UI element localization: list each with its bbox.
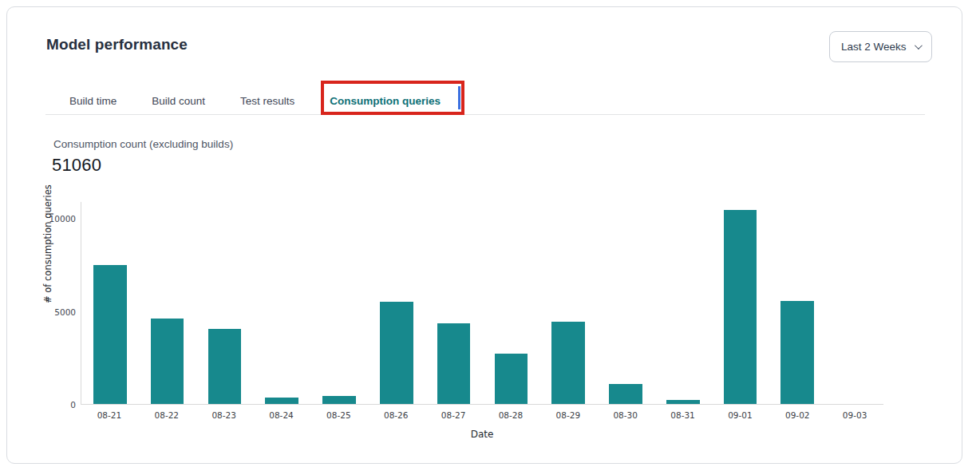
y-axis-ticks: 0500010000: [7, 202, 76, 405]
consumption-queries-chart: 0500010000 # of consumption queries 08-2…: [7, 7, 962, 463]
bar-slot-08-22: [139, 202, 196, 404]
x-tick-label: 09-02: [769, 410, 826, 420]
y-tick-label: 0: [70, 400, 76, 410]
plot-area: [81, 202, 883, 405]
bar-slot-09-02: [769, 202, 826, 404]
x-tick-label: 08-31: [654, 410, 712, 420]
x-tick-label: 08-23: [196, 410, 253, 420]
x-tick-label: 08-29: [539, 410, 597, 420]
x-tick-label: 08-28: [482, 410, 539, 420]
bar-slot-08-21: [81, 202, 139, 404]
x-tick-label: 08-21: [81, 410, 138, 420]
bar-slot-08-23: [196, 202, 254, 404]
bar-08-30: [609, 384, 642, 404]
bar-08-23: [208, 329, 242, 404]
bar-08-27: [437, 323, 471, 404]
x-axis-ticks: 08-2108-2208-2308-2408-2508-2608-2708-28…: [81, 410, 883, 420]
model-performance-page: Model performance Last 2 Weeks Build tim…: [0, 0, 980, 471]
x-tick-label: 08-22: [138, 410, 196, 420]
bar-08-24: [265, 398, 298, 404]
bar-slot-08-27: [425, 202, 483, 404]
bar-slot-08-29: [539, 202, 597, 404]
bar-slot-08-28: [482, 202, 539, 404]
bar-slot-08-31: [654, 202, 712, 404]
x-tick-label: 08-26: [367, 410, 425, 420]
x-tick-label: 08-30: [597, 410, 654, 420]
bar-slot-08-25: [310, 202, 368, 404]
bar-08-21: [93, 265, 127, 404]
bar-08-31: [666, 400, 700, 404]
bar-09-01: [724, 210, 757, 405]
bar-08-22: [151, 319, 184, 404]
x-tick-label: 08-27: [425, 410, 482, 420]
bar-08-26: [380, 302, 413, 404]
x-axis-title: Date: [81, 429, 883, 440]
model-performance-card: Model performance Last 2 Weeks Build tim…: [6, 6, 962, 464]
x-tick-label: 08-25: [310, 410, 367, 420]
y-axis-title: # of consumption queries: [42, 184, 53, 303]
x-tick-label: 09-01: [711, 410, 769, 420]
bar-slot-09-03: [826, 202, 883, 404]
bar-slot-08-24: [253, 202, 310, 404]
x-tick-label: 08-24: [253, 410, 310, 420]
bar-09-02: [780, 301, 814, 404]
bar-08-28: [495, 354, 528, 404]
bar-slot-08-26: [368, 202, 425, 404]
bar-08-29: [551, 322, 585, 404]
bar-08-25: [322, 396, 356, 404]
x-tick-label: 09-03: [826, 410, 883, 420]
y-tick-label: 5000: [54, 307, 76, 317]
bar-slot-08-30: [597, 202, 654, 404]
bar-slot-09-01: [712, 202, 769, 404]
